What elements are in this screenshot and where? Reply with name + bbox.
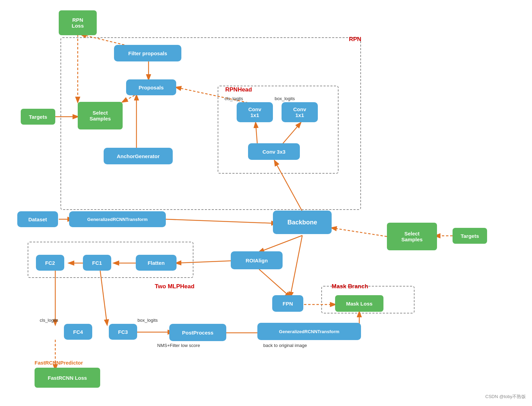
mask-loss-node: Mask Loss	[335, 295, 383, 312]
svg-line-23	[259, 269, 290, 297]
back-to-original-label: back to original image	[263, 343, 307, 348]
cls-logits-bottom-label: cls_logits	[40, 318, 58, 323]
rpn-label: RPN	[349, 36, 361, 43]
nms-filter-label: NMS+Filter low score	[157, 343, 200, 348]
rpnhead-label: RPNHead	[225, 86, 252, 93]
flatten-node: Flatten	[136, 255, 177, 271]
fastrcnn-predictor-label: FastRCNNPredictor	[35, 360, 83, 366]
targets-right-node: Targets	[453, 228, 487, 244]
svg-line-11	[166, 219, 276, 223]
watermark: CSDN @toby不熟饭	[485, 394, 526, 400]
select-samples-top-node: Select Samples	[78, 102, 123, 129]
svg-line-14	[259, 235, 302, 252]
conv3x3-node: Conv 3x3	[248, 143, 300, 160]
postprocess-node: PostProcess	[169, 324, 226, 341]
rpn-loss-node: RPN Loss	[59, 10, 97, 35]
box-logits-top-label: box_logits	[275, 96, 295, 101]
proposals-node: Proposals	[126, 79, 176, 95]
dataset-node: Dataset	[17, 211, 58, 227]
generalized-rcnn-transform-bottom-node: GeneralizedRCNNTransform	[257, 323, 361, 340]
fc4-node: FC4	[64, 324, 92, 340]
diagram: RPN Loss Select Samples Targets Select S…	[0, 0, 532, 406]
svg-line-12	[332, 228, 387, 236]
fc3-node: FC3	[109, 324, 137, 340]
svg-line-19	[100, 271, 107, 325]
select-samples-right-node: Select Samples	[387, 223, 437, 250]
generalized-rcnn-transform-top-node: GeneralizedRCNNTransform	[69, 211, 166, 227]
fc1-node: FC1	[83, 255, 111, 271]
conv1x1-box-node: Conv 1x1	[282, 102, 318, 122]
filter-proposals-node: Filter proposals	[114, 45, 181, 61]
anchor-generator-node: AnchorGenerator	[104, 148, 173, 164]
targets-top-node: Targets	[21, 109, 55, 125]
roialign-node: ROIAlign	[231, 251, 283, 269]
fc2-node: FC2	[36, 255, 64, 271]
svg-line-26	[290, 235, 302, 297]
fpn-node: FPN	[272, 295, 303, 312]
two-mlphead-label: Two MLPHead	[155, 283, 194, 290]
mask-branch-label: Mask Branch	[332, 283, 368, 290]
conv1x1-cls-node: Conv 1x1	[237, 102, 273, 122]
box-logits-bottom-label: box_logits	[137, 318, 158, 323]
fastrcnn-loss-node: FastRCNN Loss	[35, 368, 100, 388]
backbone-node: Backbone	[273, 211, 332, 234]
cls-logits-top-label: cls_logits	[225, 96, 243, 101]
